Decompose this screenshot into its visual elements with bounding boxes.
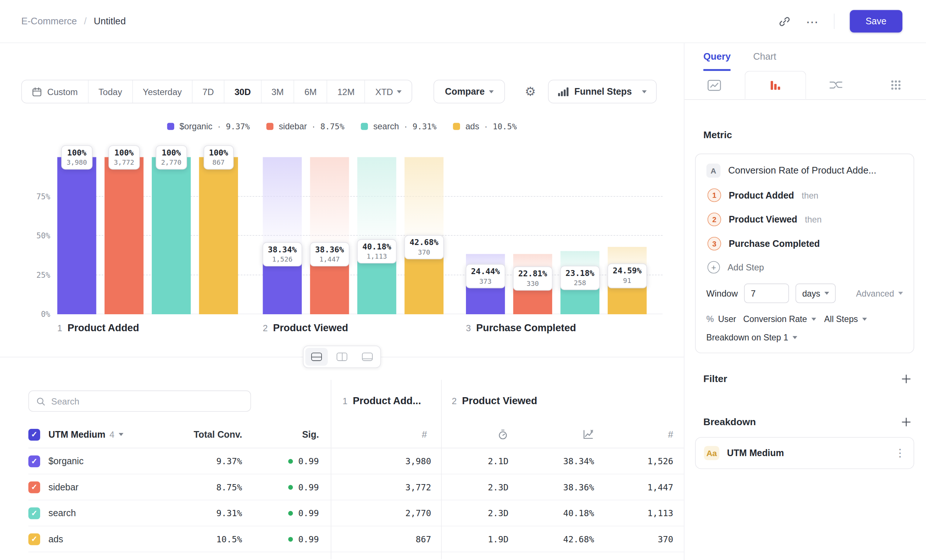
callout-count: 370	[410, 248, 438, 257]
row-checkbox[interactable]: ✓	[28, 533, 40, 545]
breakdown-property-card[interactable]: Aa UTM Medium ⋮	[695, 437, 914, 469]
legend-item-organic[interactable]: $organic·9.37%	[167, 121, 250, 131]
app: E-Commerce / Untitled ⋯ Save CustomToday…	[0, 0, 926, 560]
tab-flow-chart[interactable]	[806, 71, 866, 99]
bar-ads-step2[interactable]: 42.68%370	[404, 157, 443, 314]
metric-step-1[interactable]: 1Product Addedthen	[707, 188, 903, 202]
add-breakdown-button[interactable]	[900, 416, 912, 427]
metric-step-3[interactable]: 3Purchase Completed	[707, 237, 903, 251]
window-input[interactable]	[744, 284, 789, 303]
window-unit-select[interactable]: days	[796, 284, 835, 303]
bar-organic-step1[interactable]: 100%3,980	[57, 157, 97, 314]
row-name[interactable]: sidebar	[48, 482, 183, 493]
breadcrumb-current[interactable]: Untitled	[94, 16, 126, 27]
bar-ads-step1[interactable]: 100%867	[199, 157, 238, 314]
search-box[interactable]	[28, 390, 251, 412]
callout-percent: 100%	[114, 147, 135, 157]
tab-query[interactable]: Query	[704, 43, 731, 71]
advanced-dropdown[interactable]: Advanced	[856, 289, 903, 298]
tab-line-chart[interactable]	[684, 71, 744, 99]
bar-search-step1[interactable]: 100%2,770	[152, 157, 191, 314]
legend-item-sidebar[interactable]: sidebar·8.75%	[266, 121, 344, 131]
legend-item-ads[interactable]: ads·10.5%	[453, 121, 517, 131]
bar-sidebar-step1[interactable]: 100%3,772	[104, 157, 144, 314]
breadcrumb-root[interactable]: E-Commerce	[21, 16, 77, 27]
bar-search-step2[interactable]: 40.18%1,113	[357, 157, 396, 314]
bar-organic-step3[interactable]: 24.44%373	[466, 157, 505, 314]
search-input[interactable]	[51, 396, 243, 406]
row-name[interactable]: $organic	[48, 456, 183, 466]
view-panel-bottom-button[interactable]	[356, 348, 379, 365]
chevron-down-icon	[397, 90, 402, 93]
add-filter-button[interactable]	[900, 373, 912, 384]
range-custom[interactable]: Custom	[22, 80, 88, 103]
step2-time: 1.9D	[441, 534, 511, 544]
compare-button[interactable]: Compare	[434, 80, 505, 103]
select-all-checkbox[interactable]: ✓	[28, 428, 40, 440]
row-checkbox-cell: ✓	[28, 455, 48, 467]
metric-step-2[interactable]: 2Product Viewedthen	[707, 213, 903, 226]
funnel-step-group-1: 100%3,980100%3,772100%2,770100%867	[57, 157, 238, 314]
all-steps-dropdown[interactable]: All Steps	[824, 314, 867, 324]
metric-step-label: Product Viewed	[729, 214, 797, 225]
search-icon	[36, 396, 45, 406]
step2-count: 1,113	[596, 509, 684, 518]
row-checkbox[interactable]: ✓	[28, 481, 40, 493]
user-label[interactable]: User	[718, 314, 736, 324]
tab-chart[interactable]: Chart	[753, 43, 776, 71]
range-30d[interactable]: 30D	[224, 80, 261, 103]
step-number: 1	[57, 323, 62, 333]
range-7d[interactable]: 7D	[193, 80, 225, 103]
callout-percent: 38.36%	[315, 244, 344, 254]
more-menu-icon[interactable]: ⋯	[806, 15, 819, 28]
bar-sidebar-step3[interactable]: 22.81%330	[513, 157, 552, 314]
total-conv-header[interactable]: Total Conv.	[183, 429, 242, 440]
step2-conv-header[interactable]	[511, 429, 596, 440]
chart-legend: $organic·9.37%sidebar·8.75%search·9.31%a…	[0, 121, 684, 132]
view-split-vertical-button[interactable]	[331, 348, 353, 365]
bar-organic-step2[interactable]: 38.34%1,526	[263, 157, 302, 314]
funnel-step-group-3: 24.44%37322.81%33023.18%25824.59%91	[466, 157, 647, 314]
tab-grid-chart[interactable]	[866, 71, 926, 99]
chart-type-button[interactable]: Funnel Steps	[548, 80, 657, 103]
breakdown-step-label: Breakdown on Step 1	[707, 333, 788, 342]
share-link-icon[interactable]	[778, 15, 791, 28]
range-12m[interactable]: 12M	[327, 80, 365, 103]
range-6m[interactable]: 6M	[294, 80, 327, 103]
bar-sidebar-step2[interactable]: 38.36%1,447	[310, 157, 349, 314]
step2-time-header[interactable]	[441, 429, 511, 440]
conversion-rate-dropdown[interactable]: Conversion Rate	[743, 314, 816, 324]
breakdown-step-dropdown[interactable]: Breakdown on Step 1	[707, 333, 903, 342]
step1-count: 2,770	[331, 509, 441, 518]
range-yesterday[interactable]: Yesterday	[133, 80, 192, 103]
save-button[interactable]: Save	[850, 10, 902, 32]
bar-search-step3[interactable]: 23.18%258	[561, 157, 600, 314]
kebab-menu-icon[interactable]: ⋮	[895, 446, 905, 459]
add-step-button[interactable]: + Add Step	[707, 261, 903, 274]
row-checkbox[interactable]: ✓	[28, 455, 40, 467]
callout-percent: 23.18%	[565, 268, 594, 278]
range-3m[interactable]: 3M	[262, 80, 295, 103]
view-split-horizontal-button[interactable]	[306, 348, 328, 365]
bar-ads-step3[interactable]: 24.59%91	[608, 157, 647, 314]
range-today[interactable]: Today	[88, 80, 133, 103]
stopwatch-icon	[497, 429, 508, 440]
bar-callout: 24.59%91	[607, 264, 647, 288]
metric-title-row[interactable]: A Conversion Rate of Product Adde...	[707, 163, 903, 177]
chart-section: CustomTodayYesterday7D30D3M6M12MXTD Comp…	[0, 80, 684, 357]
chevron-down-icon	[862, 318, 867, 321]
legend-item-search[interactable]: search·9.31%	[361, 121, 436, 131]
range-xtd[interactable]: XTD	[365, 80, 412, 103]
bar-callout: 100%2,770	[156, 145, 187, 170]
step2-count-header[interactable]: #	[596, 429, 684, 440]
step-number-badge: 1	[708, 188, 721, 202]
gear-icon[interactable]: ⚙	[525, 84, 536, 98]
breakdown-column-header[interactable]: UTM Medium 4	[48, 429, 183, 440]
row-name[interactable]: ads	[48, 534, 183, 545]
step2-time: 2.3D	[441, 482, 511, 492]
row-name[interactable]: search	[48, 508, 183, 518]
sig-header[interactable]: Sig.	[242, 429, 330, 440]
step1-count-header[interactable]: #	[331, 429, 441, 440]
tab-bar-chart[interactable]	[744, 71, 806, 99]
row-checkbox[interactable]: ✓	[28, 507, 40, 519]
